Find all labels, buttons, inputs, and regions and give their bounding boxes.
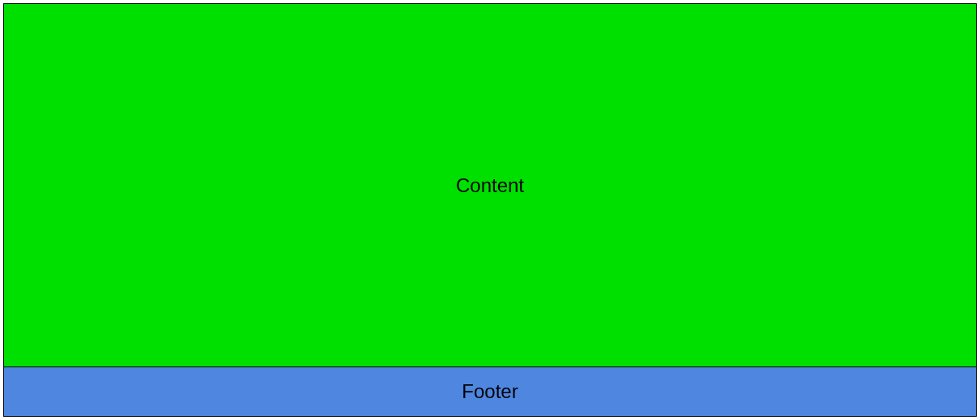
content-panel: Content	[3, 3, 977, 367]
footer-label: Footer	[462, 380, 518, 403]
content-label: Content	[456, 174, 524, 197]
footer-panel: Footer	[3, 366, 977, 417]
